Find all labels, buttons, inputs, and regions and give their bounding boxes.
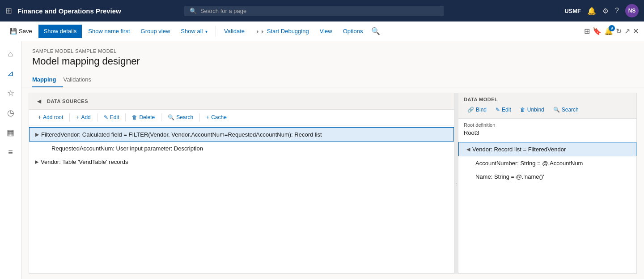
- dm-tree-item-name[interactable]: Name: String = @.'name()': [458, 170, 636, 183]
- tree-item-vendor[interactable]: ▶ Vendor: Table 'VendTable' records: [29, 155, 454, 168]
- toolbar-separator-2: [97, 113, 97, 121]
- cache-button[interactable]: + Cache: [203, 112, 230, 122]
- dm-panel-header: DATA MODEL 🔗 Bind ✎ Edit 🗑 Unbind: [458, 93, 636, 119]
- root-definition-value: Root3: [464, 129, 631, 136]
- cmdbar-search-icon[interactable]: 🔍: [369, 25, 382, 38]
- toolbar-separator-1: [69, 113, 70, 121]
- add-icon: +: [76, 114, 79, 120]
- refresh-icon[interactable]: ↻: [616, 27, 622, 35]
- notification-icon[interactable]: 🔔 9: [604, 27, 613, 35]
- resize-handle[interactable]: ⋮: [454, 93, 458, 274]
- dm-panel-title: DATA MODEL: [464, 97, 631, 102]
- add-root-icon: +: [38, 114, 41, 120]
- save-button[interactable]: 💾 Save: [5, 26, 37, 36]
- chevron-down-icon: ▾: [205, 29, 208, 34]
- environment-label: USMF: [564, 8, 581, 14]
- gear-icon[interactable]: ⚙: [602, 7, 609, 15]
- separator: [216, 26, 216, 37]
- tree-expand-vendor[interactable]: ▶: [33, 158, 41, 166]
- cmdbar: 💾 Save Show details Show name first Grou…: [0, 21, 644, 41]
- app-title: Finance and Operations Preview: [17, 7, 121, 15]
- search-icon: 🔍: [190, 8, 197, 14]
- tree-text-requested: RequestedAccountNum: User input paramete…: [51, 145, 203, 152]
- topbar: ⊞ Finance and Operations Preview 🔍 Searc…: [0, 0, 644, 21]
- search-button[interactable]: 🔍 Search: [164, 112, 197, 122]
- toolbar-separator-5: [199, 113, 200, 121]
- page-header: SAMPLE MODEL SAMPLE MODEL Model mapping …: [21, 41, 644, 73]
- unbind-button[interactable]: 🗑 Unbind: [517, 105, 548, 115]
- close-icon[interactable]: ✕: [633, 27, 639, 35]
- tab-validations[interactable]: Validations: [63, 73, 98, 87]
- tree-expand-filtered-vendor[interactable]: ▶: [33, 130, 41, 138]
- start-debugging-button[interactable]: ⏵⏵ Start Debugging: [251, 25, 314, 38]
- dm-tree-item-account-number[interactable]: AccountNumber: String = @.AccountNum: [458, 156, 636, 170]
- group-view-button[interactable]: Group view: [136, 25, 175, 38]
- sidebar-item-home[interactable]: ⌂: [2, 45, 20, 63]
- breadcrumb: SAMPLE MODEL SAMPLE MODEL: [32, 48, 633, 54]
- help-icon[interactable]: ?: [615, 7, 619, 15]
- grid-icon[interactable]: ⊞: [5, 6, 12, 16]
- sidebar-item-recent[interactable]: ◷: [2, 104, 20, 122]
- main-layout: ⌂ ⊿ ☆ ◷ ▦ ≡ SAMPLE MODEL SAMPLE MODEL Mo…: [0, 41, 644, 279]
- notification-badge: 9: [609, 25, 615, 31]
- show-name-button[interactable]: Show name first: [84, 25, 134, 38]
- sidebar-item-favorites[interactable]: ☆: [2, 84, 20, 102]
- avatar[interactable]: NS: [625, 4, 639, 17]
- sidebar-item-list[interactable]: ≡: [2, 143, 20, 161]
- dm-search-button[interactable]: 🔍 Search: [550, 105, 582, 115]
- toolbar-separator-4: [161, 113, 161, 121]
- add-root-button[interactable]: + Add root: [34, 112, 67, 122]
- tree-item-requested-account[interactable]: RequestedAccountNum: User input paramete…: [29, 142, 454, 155]
- sidebar-item-grid[interactable]: ▦: [2, 124, 20, 142]
- ds-panel-title: DATA SOURCES: [47, 99, 88, 104]
- dm-edit-button[interactable]: ✎ Edit: [492, 105, 515, 115]
- dm-text-name: Name: String = @.'name()': [475, 173, 544, 180]
- ds-toolbar: + Add root + Add ✎ Edit 🗑: [29, 110, 454, 125]
- dm-expand-account: [467, 159, 475, 167]
- content-area: SAMPLE MODEL SAMPLE MODEL Model mapping …: [21, 41, 644, 279]
- ds-collapse-button[interactable]: ◀: [34, 97, 43, 106]
- data-model-panel: DATA MODEL 🔗 Bind ✎ Edit 🗑 Unbind: [458, 93, 637, 274]
- layout-icon[interactable]: ⊞: [584, 27, 590, 35]
- sidebar: ⌂ ⊿ ☆ ◷ ▦ ≡: [0, 41, 21, 279]
- designer-area: ◀ DATA SOURCES + Add root + Add ✎: [29, 93, 637, 274]
- add-button[interactable]: + Add: [72, 112, 94, 122]
- tabs: Mapping Validations: [21, 73, 644, 87]
- save-icon: 💾: [10, 28, 17, 34]
- toolbar-separator-3: [125, 113, 126, 121]
- delete-button[interactable]: 🗑 Delete: [128, 112, 158, 122]
- page-title: Model mapping designer: [32, 56, 633, 67]
- cmdbar-right-icons: ⊞ 🔖 🔔 9 ↻ ↗ ✕: [584, 27, 639, 35]
- tab-mapping[interactable]: Mapping: [32, 73, 63, 87]
- sidebar-item-filter[interactable]: ⊿: [2, 64, 20, 82]
- edit-icon: ✎: [104, 114, 108, 120]
- dm-text-account-number: AccountNumber: String = @.AccountNum: [475, 160, 583, 167]
- dm-expand-name: [467, 172, 475, 180]
- bind-icon: 🔗: [467, 107, 474, 113]
- tree-item-filtered-vendor[interactable]: ▶ FilteredVendor: Calculated field = FIL…: [29, 127, 454, 142]
- tree-text-vendor: Vendor: Table 'VendTable' records: [41, 159, 128, 165]
- view-button[interactable]: View: [315, 25, 337, 38]
- bell-icon[interactable]: 🔔: [587, 7, 596, 15]
- ds-tree: ▶ FilteredVendor: Calculated field = FIL…: [29, 125, 454, 273]
- dm-search-icon: 🔍: [553, 107, 560, 113]
- root-definition-label: Root definition: [464, 122, 631, 128]
- bookmark-icon[interactable]: 🔖: [593, 27, 602, 35]
- external-link-icon[interactable]: ↗: [624, 27, 630, 35]
- search-placeholder: Search for a page: [200, 8, 246, 14]
- edit-button[interactable]: ✎ Edit: [100, 112, 123, 122]
- bind-button[interactable]: 🔗 Bind: [464, 105, 490, 115]
- show-all-button[interactable]: Show all ▾: [176, 25, 212, 38]
- data-sources-panel: ◀ DATA SOURCES + Add root + Add ✎: [29, 93, 454, 274]
- global-search[interactable]: 🔍 Search for a page: [184, 6, 444, 16]
- show-details-button[interactable]: Show details: [38, 25, 82, 38]
- dm-expand-vendor[interactable]: ◀: [464, 145, 472, 153]
- dm-text-vendor-record: Vendor: Record list = FilteredVendor: [472, 146, 566, 153]
- validate-button[interactable]: Validate: [220, 25, 249, 38]
- topbar-right: USMF 🔔 ⚙ ? NS: [564, 4, 639, 17]
- dm-root-section: Root definition Root3: [458, 119, 636, 140]
- dm-edit-icon: ✎: [496, 107, 500, 113]
- dm-tree-item-vendor-record[interactable]: ◀ Vendor: Record list = FilteredVendor: [458, 142, 636, 156]
- ds-panel-header: ◀ DATA SOURCES: [29, 93, 454, 110]
- options-button[interactable]: Options: [339, 25, 368, 38]
